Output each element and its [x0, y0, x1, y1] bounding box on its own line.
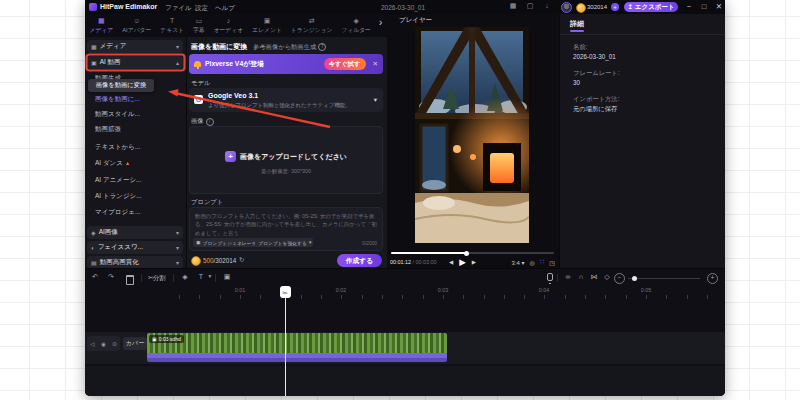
subtitle-icon: ▭ [196, 17, 203, 25]
marker-icon[interactable]: ◈ [179, 273, 191, 281]
sidebar-section-face-swap[interactable]: ◐ フェイススワ... ▾ [87, 241, 183, 254]
grid-view-icon[interactable]: ∷ [540, 258, 544, 266]
tabs-overflow-chevron-icon[interactable]: › [379, 17, 382, 28]
play-icon[interactable]: ▶ [459, 257, 466, 267]
playback-progress-bar[interactable] [391, 252, 554, 254]
ruler-label: 0:05 [641, 287, 652, 293]
aspect-ratio-selector[interactable]: 3:4 ▾ [512, 259, 525, 266]
timeline-clip[interactable]: ▣ 0:03 sdhd [147, 333, 447, 362]
tab-underline [570, 30, 584, 32]
export-button[interactable]: ↥ エクスポート [624, 2, 678, 12]
snapshot-icon[interactable]: ◎ [530, 259, 535, 266]
chevron-down-icon: ▾ [176, 244, 179, 251]
scissors-icon: ✂ [282, 289, 287, 296]
prompt-enhance-button[interactable]: プロンプトを強化する ▾ [255, 238, 313, 247]
hide-track-icon[interactable]: ◉ [101, 341, 106, 347]
zoom-out-icon[interactable]: − [614, 273, 625, 284]
layout-icon[interactable]: ▦ [507, 2, 519, 10]
model-label: モデル [191, 79, 210, 88]
tab-filter[interactable]: ◈ フィルター [337, 17, 376, 35]
banner-close-icon[interactable]: ✕ [373, 60, 378, 68]
split-label[interactable]: 分割 [153, 274, 166, 283]
sidebar-item-ai-animation[interactable]: AI アニメーシ... [95, 176, 141, 185]
menu-settings[interactable]: 設定 [195, 4, 208, 13]
maximize-button[interactable]: □ [698, 2, 710, 11]
try-now-button[interactable]: 今すぐ試す [324, 58, 366, 70]
sidebar-item-video-extend[interactable]: 動画拡張 [95, 125, 121, 134]
menu-help[interactable]: ヘルプ [215, 4, 235, 13]
pixverse-banner[interactable]: Pixverse V4が登場 今すぐ試す ✕ [189, 54, 383, 74]
sidebar-item-video-style[interactable]: 動画スタイル... [95, 110, 140, 119]
tab-subtitle[interactable]: ▭ 字幕 [189, 17, 210, 35]
cabin-preview-image [415, 27, 529, 243]
avatar-icon: ☺ [133, 17, 140, 25]
create-button[interactable]: 作成する [337, 254, 382, 267]
close-button[interactable]: ✕ [713, 2, 725, 11]
cover-button[interactable]: カバー [123, 337, 147, 350]
sidebar-item-ai-dance[interactable]: AI ダンス▲ [95, 159, 130, 168]
timeline-panel: ↶ ↷ ✂ 分割 ◈ T ▾ ▣ ∞ ∩ ⋈ ◇ − + 0:01 0:0 [85, 268, 725, 396]
banner-text: Pixverse V4が登場 [205, 59, 264, 69]
timeline-ruler[interactable]: 0:01 0:02 0:03 0:04 0:05 [85, 287, 725, 300]
prompt-input[interactable] [193, 210, 381, 240]
chain-icon[interactable]: ⋈ [588, 273, 600, 281]
next-frame-icon[interactable]: ▶ [472, 259, 476, 265]
microphone-icon[interactable] [547, 273, 553, 281]
add-credits-button[interactable]: + [611, 3, 619, 11]
tab-ai-avatar[interactable]: ☺ AIアバター [118, 17, 156, 35]
tab-audio[interactable]: ♪ オーディオ [209, 17, 248, 35]
user-avatar[interactable] [561, 2, 572, 13]
progress-handle[interactable] [464, 251, 469, 256]
element-icon: ▣ [264, 17, 271, 25]
image-upload-dropzone[interactable]: + 画像をアップロードしてください 最小解像度: 300*300 [189, 126, 383, 194]
media-icon: ▦ [91, 43, 97, 50]
undo-icon[interactable]: ↶ [89, 273, 101, 281]
fullscreen-icon[interactable]: ◳ [549, 259, 555, 266]
ai-video-icon: ▣ [91, 59, 97, 66]
timeline-zoom-slider[interactable] [628, 278, 700, 279]
video-preview[interactable] [415, 27, 529, 243]
panel-tab-reference-video[interactable]: 参考画像から動画生成 T [253, 43, 326, 52]
tab-media[interactable]: ▦ メディア [85, 17, 118, 35]
coin-icon [576, 3, 586, 13]
link-icon[interactable]: ∞ [562, 273, 574, 280]
keyframe-icon[interactable]: ◇ [601, 273, 613, 281]
prompt-generator-button[interactable]: ▣ プロンプトジェネレーター [193, 238, 257, 247]
sidebar-section-media[interactable]: ▦ メディア ▾ [87, 40, 183, 53]
redo-icon[interactable]: ↷ [105, 273, 117, 281]
sidebar-section-ai-image[interactable]: ◈ AI画像 ▾ [87, 226, 183, 239]
tab-element[interactable]: ▣ エレメント [248, 17, 287, 35]
minimize-button[interactable]: − [683, 2, 695, 11]
zoom-in-icon[interactable]: + [707, 273, 718, 284]
tab-transition[interactable]: ⇄ トランジション [286, 17, 337, 35]
zoom-slider-handle[interactable] [632, 276, 637, 281]
magnet-icon[interactable]: ∩ [575, 273, 587, 280]
playhead-split-marker[interactable]: ✂ [280, 286, 291, 298]
transition-icon: ⇄ [309, 17, 315, 25]
player-panel: プレイヤー [387, 14, 560, 268]
sidebar-item-my-projects[interactable]: マイプロジェ... [95, 208, 140, 217]
freeze-frame-icon[interactable]: ▣ [221, 273, 233, 281]
sidebar-item-image-to-video[interactable]: 画像を動画に... [95, 95, 140, 104]
left-sidebar: ▦ メディア ▾ ▣ AI 動画 ▴ 動画生成... 画像を動画に... 動画ス… [85, 37, 187, 268]
download-icon[interactable]: ↓ [541, 2, 553, 9]
lock-track-icon[interactable]: ⊙ [112, 341, 117, 347]
panel-tab-image-to-video[interactable]: 画像を動画に変換 [191, 42, 247, 52]
model-dropdown[interactable]: G Google Veo 3.1 より強力なプロンプト制御と強化されたナラティブ… [189, 88, 383, 112]
playhead-line[interactable] [285, 287, 286, 396]
sidebar-item-ai-transition[interactable]: AI トランジシ... [95, 192, 142, 201]
previous-frame-icon[interactable]: ◀ [449, 259, 453, 265]
ribbon-tab-bar: ▦ メディア ☺ AIアバター T テキスト ▭ 字幕 ♪ オーディオ ▣ エレ… [85, 14, 387, 37]
tab-text[interactable]: T テキスト [156, 17, 189, 35]
feedback-icon[interactable]: ▢ [524, 2, 536, 10]
sidebar-section-ai-video[interactable]: ▣ AI 動画 ▴ [87, 56, 183, 69]
track-header: ◁ ◉ ⊙ [87, 336, 120, 351]
mute-track-icon[interactable]: ◁ [90, 341, 94, 347]
transport-controls: ◀ ▶ ▶ [449, 257, 476, 267]
sidebar-item-text-to-video[interactable]: テキストから... [95, 143, 140, 152]
tab-details[interactable]: 詳細 [570, 19, 584, 29]
delete-icon[interactable] [126, 275, 134, 285]
refresh-icon[interactable]: ↻ [239, 256, 244, 264]
menu-file[interactable]: ファイル [165, 4, 192, 13]
chevron-up-icon: ▴ [176, 59, 179, 66]
